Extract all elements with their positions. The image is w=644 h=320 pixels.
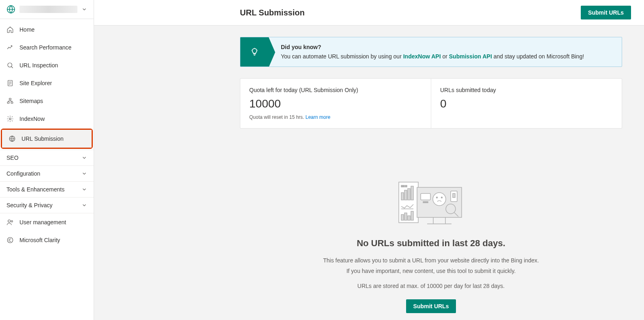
empty-state: No URLs submitted in last 28 days. This … [240, 177, 622, 313]
sidebar-item-label: IndexNow [19, 116, 45, 122]
sidebar-item-label: URL Inspection [19, 62, 58, 69]
sidebar-item-label: Microsoft Clarity [19, 237, 60, 243]
section-label: Tools & Enhancements [6, 186, 64, 193]
svg-point-6 [9, 118, 11, 120]
svg-rect-24 [423, 202, 428, 203]
sidebar-item-indexnow[interactable]: IndexNow [0, 110, 94, 128]
empty-line1: This feature allows you to submit a URL … [240, 256, 622, 265]
gear-icon [6, 115, 14, 122]
banner-body: Did you know? You can automate URL submi… [269, 37, 592, 67]
globe-icon [6, 5, 15, 14]
document-icon [6, 79, 14, 87]
section-label: SEO [6, 155, 19, 161]
main: URL Submission Submit URLs Did you know?… [94, 0, 644, 320]
sidebar-item-clarity[interactable]: Microsoft Clarity [0, 231, 94, 249]
svg-rect-14 [401, 193, 404, 200]
submit-urls-button-empty[interactable]: Submit URLs [406, 299, 456, 313]
submitted-card: URLs submitted today 0 [431, 79, 622, 128]
lightbulb-icon [250, 47, 259, 56]
svg-point-10 [7, 237, 13, 243]
svg-rect-19 [404, 213, 407, 220]
empty-illustration [395, 177, 468, 226]
globe-icon [9, 135, 16, 142]
sidebar-item-label: Home [19, 26, 34, 33]
sidebar-item-label: Site Explorer [19, 80, 52, 86]
svg-rect-21 [411, 211, 413, 220]
sidebar-item-label: User management [19, 219, 66, 226]
banner-title: Did you know? [281, 43, 584, 52]
svg-rect-23 [421, 193, 430, 200]
trend-icon [6, 44, 14, 51]
sidebar-item-user-management[interactable]: User management [0, 213, 94, 231]
empty-heading: No URLs submitted in last 28 days. [240, 238, 622, 249]
svg-rect-13 [405, 185, 407, 187]
svg-rect-4 [7, 102, 9, 103]
site-selector[interactable] [0, 0, 94, 19]
sidebar-item-label: Sitemaps [19, 98, 43, 104]
search-icon [6, 62, 14, 69]
svg-rect-3 [9, 98, 11, 100]
section-label: Security & Privacy [6, 202, 53, 208]
submit-urls-button[interactable]: Submit URLs [581, 6, 631, 19]
svg-rect-18 [401, 215, 404, 220]
banner-icon-wrap [240, 37, 269, 67]
svg-point-27 [441, 197, 442, 198]
content: Did you know? You can automate URL submi… [94, 26, 644, 320]
site-name-placeholder [19, 6, 77, 13]
svg-point-25 [433, 193, 446, 206]
sitemap-icon [6, 97, 14, 105]
submitted-value: 0 [440, 97, 613, 110]
section-label: Configuration [6, 170, 40, 177]
svg-point-26 [436, 197, 437, 198]
chevron-down-icon [81, 6, 87, 12]
sidebar-item-label: URL Submission [21, 135, 64, 142]
sidebar-item-sitemaps[interactable]: Sitemaps [0, 92, 94, 110]
svg-rect-15 [404, 190, 407, 200]
svg-rect-5 [11, 102, 13, 103]
info-banner: Did you know? You can automate URL submi… [240, 37, 622, 67]
highlight-annotation: URL Submission [1, 129, 93, 149]
svg-point-9 [11, 221, 13, 222]
sidebar-section-security[interactable]: Security & Privacy [0, 197, 94, 213]
sidebar-item-url-inspection[interactable]: URL Inspection [0, 56, 94, 74]
sidebar-section-configuration[interactable]: Configuration [0, 165, 94, 181]
page-title: URL Submission [240, 8, 305, 17]
svg-rect-29 [453, 193, 455, 198]
nav: Home Search Performance URL Inspection S… [0, 19, 94, 249]
svg-point-8 [8, 220, 11, 222]
learn-more-link[interactable]: Learn more [306, 114, 330, 120]
home-icon [6, 26, 14, 33]
sidebar-section-seo[interactable]: SEO [0, 150, 94, 165]
submission-api-link[interactable]: Submission API [449, 53, 492, 60]
chevron-down-icon [81, 155, 87, 161]
submitted-label: URLs submitted today [440, 87, 613, 93]
clarity-icon [6, 236, 14, 244]
page-header: URL Submission Submit URLs [94, 0, 644, 26]
chevron-down-icon [81, 202, 87, 208]
sidebar-item-label: Search Performance [19, 44, 71, 51]
banner-text: You can automate URL submission by using… [281, 52, 584, 61]
sidebar-item-site-explorer[interactable]: Site Explorer [0, 74, 94, 92]
chevron-down-icon [81, 187, 87, 192]
svg-rect-20 [408, 216, 410, 220]
sidebar-item-search-performance[interactable]: Search Performance [0, 39, 94, 56]
svg-rect-17 [411, 186, 413, 200]
svg-rect-16 [408, 189, 410, 200]
indexnow-api-link[interactable]: IndexNow API [403, 53, 441, 60]
chevron-down-icon [81, 171, 87, 176]
empty-line3: URLs are stored at max. of 10000 per day… [240, 281, 622, 290]
sidebar: Home Search Performance URL Inspection S… [0, 0, 94, 320]
svg-point-1 [8, 63, 12, 67]
sidebar-item-home[interactable]: Home [0, 21, 94, 39]
empty-line2: If you have important, new content, use … [240, 266, 622, 275]
users-icon [6, 219, 14, 226]
stats-row: Quota left for today (URL Submission Onl… [240, 78, 622, 129]
svg-rect-12 [401, 185, 404, 187]
sidebar-item-url-submission[interactable]: URL Submission [2, 130, 92, 148]
quota-label: Quota left for today (URL Submission Onl… [249, 87, 422, 93]
quota-value: 10000 [249, 97, 422, 110]
quota-card: Quota left for today (URL Submission Onl… [240, 79, 431, 128]
sidebar-section-tools[interactable]: Tools & Enhancements [0, 181, 94, 197]
quota-hint: Quota will reset in 15 hrs. Learn more [249, 114, 422, 120]
